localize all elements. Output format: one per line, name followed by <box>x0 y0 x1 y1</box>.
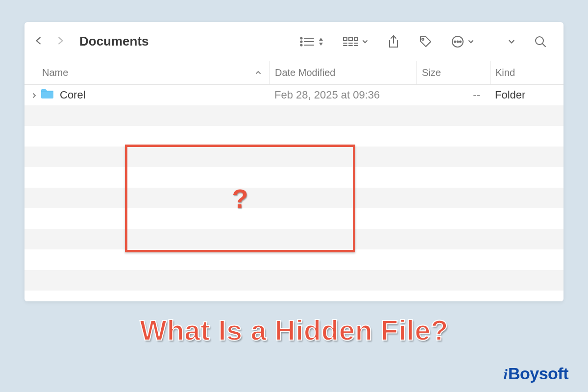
svg-rect-9 <box>349 37 352 41</box>
svg-point-18 <box>422 38 424 40</box>
brand-prefix: i <box>504 366 508 383</box>
column-header-name[interactable]: Name <box>24 67 270 78</box>
toolbar: Documents <box>24 22 564 61</box>
disclosure-triangle[interactable] <box>31 89 37 101</box>
empty-row <box>24 105 564 126</box>
svg-marker-6 <box>319 38 323 41</box>
toolbar-overflow-button[interactable] <box>508 38 515 46</box>
column-header-date[interactable]: Date Modified <box>270 61 416 84</box>
brand-logo: iBoysoft <box>504 364 568 383</box>
file-kind: Folder <box>490 89 564 101</box>
share-button[interactable] <box>387 35 400 49</box>
file-size: -- <box>416 89 490 101</box>
empty-row <box>24 270 564 291</box>
more-actions-button[interactable] <box>451 35 474 49</box>
view-list-button[interactable] <box>300 36 324 47</box>
toolbar-actions <box>300 35 547 49</box>
column-header-kind[interactable]: Kind <box>490 61 564 84</box>
chevron-down-icon <box>362 38 368 45</box>
svg-point-2 <box>300 41 302 42</box>
empty-row <box>24 188 564 208</box>
empty-row <box>24 167 564 188</box>
caption-text: What Is a Hidden File? <box>0 314 588 346</box>
empty-row <box>24 291 564 301</box>
chevron-down-icon <box>467 38 474 45</box>
sort-ascending-icon <box>255 67 262 78</box>
empty-row <box>24 208 564 229</box>
window-title: Documents <box>79 34 149 49</box>
file-list: Corel Feb 28, 2025 at 09:36 -- Folder <box>24 85 564 301</box>
search-button[interactable] <box>534 35 547 48</box>
brand-rest: Boysoft <box>508 364 568 383</box>
svg-rect-10 <box>354 37 358 41</box>
file-row[interactable]: Corel Feb 28, 2025 at 09:36 -- Folder <box>24 85 564 105</box>
empty-row <box>24 147 564 167</box>
svg-point-4 <box>300 44 302 46</box>
up-down-icon <box>318 36 324 47</box>
svg-line-24 <box>542 44 545 47</box>
empty-row <box>24 229 564 249</box>
svg-marker-7 <box>319 43 323 46</box>
empty-row <box>24 126 564 147</box>
forward-button[interactable] <box>55 32 66 51</box>
svg-point-21 <box>457 41 459 42</box>
tags-button[interactable] <box>418 35 432 49</box>
nav-arrows <box>33 32 66 51</box>
column-header-row: Name Date Modified Size Kind <box>24 61 564 85</box>
file-name: Corel <box>60 89 86 101</box>
svg-point-22 <box>460 41 461 42</box>
folder-icon <box>40 88 57 102</box>
column-name-label: Name <box>42 67 68 78</box>
column-header-size[interactable]: Size <box>416 61 490 84</box>
svg-point-20 <box>454 41 456 42</box>
file-date: Feb 28, 2025 at 09:36 <box>270 89 416 101</box>
group-by-button[interactable] <box>343 36 368 47</box>
back-button[interactable] <box>33 32 44 51</box>
svg-rect-8 <box>343 37 347 41</box>
svg-point-0 <box>300 37 302 39</box>
empty-row <box>24 249 564 270</box>
finder-window: Documents <box>24 22 564 301</box>
